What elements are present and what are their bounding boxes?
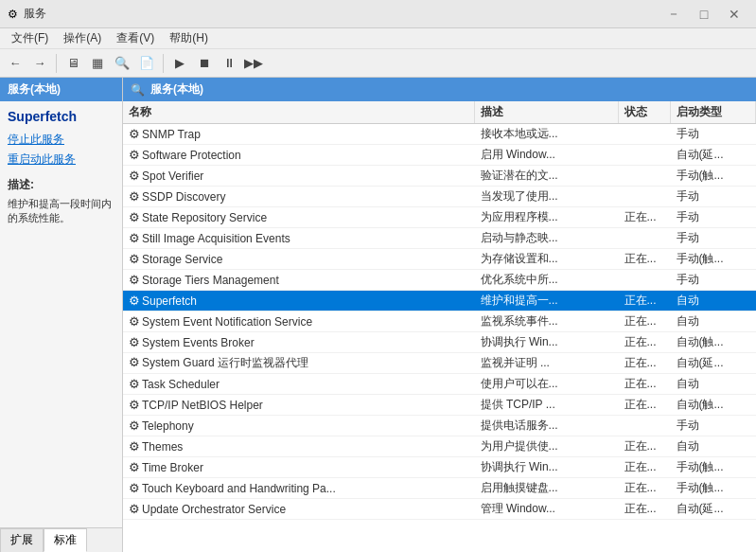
service-status-cell (619, 166, 671, 187)
close-button[interactable]: ✕ (720, 5, 748, 24)
service-name-cell: ⚙Still Image Acquisition Events (123, 228, 475, 249)
table-header-row: 名称 描述 状态 启动类型 (123, 101, 756, 124)
doc-button[interactable]: 📄 (135, 52, 158, 75)
service-name-cell: ⚙Touch Keyboard and Handwriting Pa... (123, 478, 475, 499)
table-row[interactable]: ⚙Software Protection启用 Window...自动(延... (123, 145, 756, 166)
table-row[interactable]: ⚙Telephony提供电话服务...手动 (123, 416, 756, 436)
sidebar-tab-expand[interactable]: 扩展 (0, 528, 44, 552)
stop-button[interactable]: ⏹ (193, 52, 216, 75)
forward-button[interactable]: → (28, 52, 51, 75)
table-row[interactable]: ⚙Storage Service为存储设置和...正在...手动(触... (123, 249, 756, 270)
back-button[interactable]: ← (4, 52, 26, 75)
table-row[interactable]: ⚙System Event Notification Service监视系统事件… (123, 312, 756, 332)
service-desc-cell: 提供电话服务... (475, 416, 619, 436)
table-row[interactable]: ⚙Time Broker协调执行 Win...正在...手动(触... (123, 457, 756, 478)
table-row[interactable]: ⚙Themes为用户提供使...正在...自动 (123, 436, 756, 457)
service-name-cell: ⚙Time Broker (123, 457, 475, 478)
sidebar: 服务(本地) Superfetch 停止此服务 重启动此服务 描述: 维护和提高… (0, 78, 123, 552)
service-status-cell: 正在... (619, 374, 671, 395)
table-row[interactable]: ⚙TCP/IP NetBIOS Helper提供 TCP/IP ...正在...… (123, 395, 756, 416)
titlebar-controls: － □ ✕ (659, 5, 748, 24)
table-row[interactable]: ⚙State Repository Service为应用程序模...正在...手… (123, 207, 756, 228)
service-name-cell: ⚙Software Protection (123, 145, 475, 166)
col-status[interactable]: 状态 (619, 101, 671, 124)
services-table-container[interactable]: 名称 描述 状态 启动类型 ⚙SNMP Trap接收本地或远...手动⚙Soft… (123, 101, 756, 552)
service-desc-cell: 启用 Window... (475, 145, 619, 166)
service-startup-cell: 手动 (671, 207, 756, 228)
right-header-icon: 🔍 (131, 83, 145, 97)
table-row[interactable]: ⚙System Guard 运行时监视器代理监视并证明 ...正在...自动(延… (123, 353, 756, 374)
menu-file[interactable]: 文件(F) (4, 28, 56, 48)
service-startup-cell: 手动 (671, 187, 756, 207)
table-row[interactable]: ⚙System Events Broker协调执行 Win...正在...自动(… (123, 332, 756, 353)
service-name-cell: ⚙Storage Tiers Management (123, 270, 475, 291)
service-desc-cell: 优化系统中所... (475, 270, 619, 291)
service-desc-cell: 为存储设置和... (475, 249, 619, 270)
service-name-cell: ⚙Update Orchestrator Service (123, 499, 475, 520)
service-desc-cell: 当发现了使用... (475, 187, 619, 207)
list-button[interactable]: ▦ (86, 52, 109, 75)
minimize-button[interactable]: － (659, 5, 688, 24)
table-row[interactable]: ⚙Task Scheduler使用户可以在...正在...自动 (123, 374, 756, 395)
computer-button[interactable]: 🖥 (62, 52, 84, 75)
service-desc-cell: 监视系统事件... (475, 312, 619, 332)
service-status-cell: 正在... (619, 395, 671, 416)
services-table: 名称 描述 状态 启动类型 ⚙SNMP Trap接收本地或远...手动⚙Soft… (123, 101, 756, 520)
col-startup[interactable]: 启动类型 (671, 101, 756, 124)
service-name-cell: ⚙System Events Broker (123, 332, 475, 353)
sidebar-tab-standard[interactable]: 标准 (44, 528, 87, 552)
service-desc-cell: 监视并证明 ... (475, 353, 619, 374)
service-name-cell: ⚙Task Scheduler (123, 374, 475, 395)
stop-service-link[interactable]: 停止此服务 (8, 132, 114, 148)
service-desc-cell: 维护和提高一... (475, 291, 619, 312)
service-startup-cell: 自动 (671, 291, 756, 312)
right-panel-header: 🔍 服务(本地) (123, 78, 756, 101)
table-row[interactable]: ⚙SSDP Discovery当发现了使用...手动 (123, 187, 756, 207)
restart-service-link[interactable]: 重启动此服务 (8, 151, 114, 168)
service-status-cell: 正在... (619, 457, 671, 478)
pause-button[interactable]: ⏸ (218, 52, 240, 75)
sidebar-desc-text: 维护和提高一段时间内的系统性能。 (8, 197, 114, 226)
table-row[interactable]: ⚙Update Orchestrator Service管理 Window...… (123, 499, 756, 520)
table-row[interactable]: ⚙SNMP Trap接收本地或远...手动 (123, 124, 756, 145)
col-desc[interactable]: 描述 (475, 101, 619, 124)
titlebar: ⚙ 服务 － □ ✕ (0, 0, 756, 28)
table-row[interactable]: ⚙Still Image Acquisition Events启动与静态映...… (123, 228, 756, 249)
service-gear-icon: ⚙ (129, 127, 140, 141)
table-row[interactable]: ⚙Superfetch维护和提高一...正在...自动 (123, 291, 756, 312)
menu-action[interactable]: 操作(A) (56, 28, 109, 48)
service-status-cell (619, 228, 671, 249)
service-gear-icon: ⚙ (129, 439, 140, 454)
maximize-button[interactable]: □ (690, 5, 718, 24)
service-startup-cell: 手动 (671, 270, 756, 291)
service-status-cell: 正在... (619, 499, 671, 520)
service-name-cell: ⚙SSDP Discovery (123, 187, 475, 207)
service-gear-icon: ⚙ (129, 502, 140, 516)
restart-button[interactable]: ▶▶ (242, 52, 265, 75)
service-startup-cell: 自动(延... (671, 353, 756, 374)
service-startup-cell: 手动 (671, 416, 756, 436)
menu-help[interactable]: 帮助(H) (162, 28, 216, 48)
search-button[interactable]: 🔍 (111, 52, 133, 75)
service-desc-cell: 提供 TCP/IP ... (475, 395, 619, 416)
table-row[interactable]: ⚙Storage Tiers Management优化系统中所...手动 (123, 270, 756, 291)
service-startup-cell: 手动(触... (671, 166, 756, 187)
service-gear-icon: ⚙ (129, 335, 140, 349)
service-desc-cell: 为用户提供使... (475, 436, 619, 457)
service-gear-icon: ⚙ (129, 355, 140, 369)
service-status-cell: 正在... (619, 249, 671, 270)
service-name-cell: ⚙State Repository Service (123, 207, 475, 228)
menu-view[interactable]: 查看(V) (109, 28, 162, 48)
service-name-cell: ⚙Storage Service (123, 249, 475, 270)
service-status-cell: 正在... (619, 478, 671, 499)
table-row[interactable]: ⚙Spot Verifier验证潜在的文...手动(触... (123, 166, 756, 187)
service-status-cell: 正在... (619, 353, 671, 374)
table-row[interactable]: ⚙Touch Keyboard and Handwriting Pa...启用触… (123, 478, 756, 499)
play-button[interactable]: ▶ (168, 52, 191, 75)
service-gear-icon: ⚙ (129, 273, 140, 287)
service-status-cell: 正在... (619, 312, 671, 332)
right-header-title: 服务(本地) (150, 81, 203, 98)
menubar: 文件(F) 操作(A) 查看(V) 帮助(H) (0, 28, 756, 49)
col-name[interactable]: 名称 (123, 101, 475, 124)
service-startup-cell: 自动(延... (671, 499, 756, 520)
